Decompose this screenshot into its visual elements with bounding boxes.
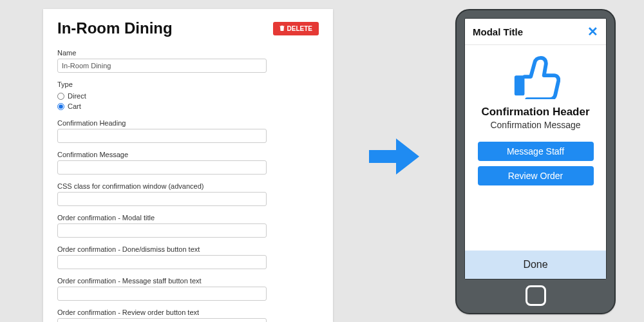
field-type: Type Direct Cart: [57, 80, 319, 111]
radio-direct-input[interactable]: [57, 93, 64, 100]
modal-title-input[interactable]: [57, 223, 267, 238]
radio-direct-label: Direct: [68, 91, 86, 101]
modal-title-label: Order confirmation - Modal title: [57, 214, 319, 222]
field-done-button: Order confirmation - Done/dismiss button…: [57, 245, 319, 269]
done-button-label: Order confirmation - Done/dismiss button…: [57, 245, 319, 253]
arrow-icon: [369, 137, 419, 176]
delete-button-label: DELETE: [287, 25, 312, 32]
field-css-class: CSS class for confirmation window (advan…: [57, 182, 319, 206]
field-review-order: Order confirmation - Review order button…: [57, 308, 319, 322]
css-class-label: CSS class for confirmation window (advan…: [57, 182, 319, 190]
css-class-input[interactable]: [57, 192, 267, 206]
done-button[interactable]: Done: [465, 251, 606, 279]
confirmation-message-label: Confirmation Message: [57, 151, 319, 158]
field-confirmation-message: Confirmation Message: [57, 151, 319, 175]
radio-cart-input[interactable]: [57, 103, 64, 110]
name-label: Name: [57, 49, 319, 57]
page-title: In-Room Dining: [57, 19, 173, 37]
review-order-label: Order confirmation - Review order button…: [57, 308, 319, 316]
confirmation-message: Confirmation Message: [490, 120, 580, 130]
phone-mockup: Modal Title ✕ Confirmation Header Confir…: [455, 9, 616, 314]
trash-icon: [279, 25, 285, 32]
field-name: Name: [57, 49, 319, 73]
delete-button[interactable]: DELETE: [273, 22, 319, 35]
message-staff-label: Order confirmation - Message staff butto…: [57, 277, 319, 285]
close-icon[interactable]: ✕: [587, 25, 598, 38]
radio-cart-label: Cart: [68, 101, 81, 111]
review-order-input[interactable]: [57, 318, 267, 322]
field-confirmation-heading: Confirmation Heading: [57, 119, 319, 143]
type-label: Type: [57, 80, 319, 88]
confirmation-message-input[interactable]: [57, 160, 267, 175]
phone-screen: Modal Title ✕ Confirmation Header Confir…: [464, 18, 607, 279]
modal-title: Modal Title: [473, 26, 523, 37]
field-modal-title: Order confirmation - Modal title: [57, 214, 319, 238]
home-button-icon: [526, 285, 546, 306]
form-header: In-Room Dining DELETE: [57, 19, 319, 37]
done-button-input[interactable]: [57, 255, 267, 269]
message-staff-input[interactable]: [57, 287, 267, 301]
modal-header: Modal Title ✕: [465, 19, 606, 45]
modal-body: Confirmation Header Confirmation Message…: [465, 45, 606, 251]
thumbs-up-icon: [511, 54, 561, 100]
form-panel: In-Room Dining DELETE Name Type Direct C…: [43, 9, 333, 322]
name-input[interactable]: [57, 59, 267, 73]
confirmation-heading-label: Confirmation Heading: [57, 119, 319, 127]
radio-cart[interactable]: Cart: [57, 101, 319, 111]
field-message-staff: Order confirmation - Message staff butto…: [57, 277, 319, 301]
review-order-button[interactable]: Review Order: [478, 166, 594, 185]
radio-direct[interactable]: Direct: [57, 91, 319, 101]
message-staff-button[interactable]: Message Staff: [478, 142, 594, 161]
svg-rect-0: [514, 75, 524, 95]
confirmation-heading-input[interactable]: [57, 129, 267, 143]
confirmation-header: Confirmation Header: [481, 106, 589, 118]
